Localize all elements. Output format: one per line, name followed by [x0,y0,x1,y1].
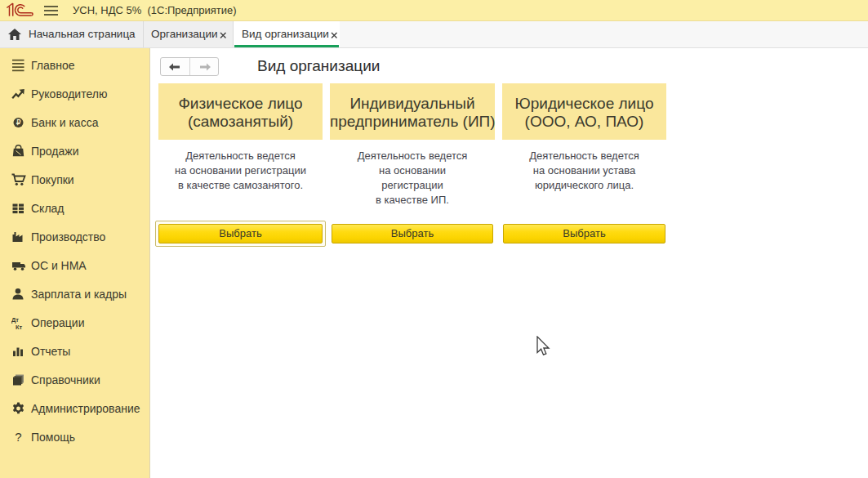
svg-text:₽: ₽ [16,118,21,127]
svg-text:?: ? [15,430,21,444]
svg-text:Кт: Кт [16,323,23,329]
